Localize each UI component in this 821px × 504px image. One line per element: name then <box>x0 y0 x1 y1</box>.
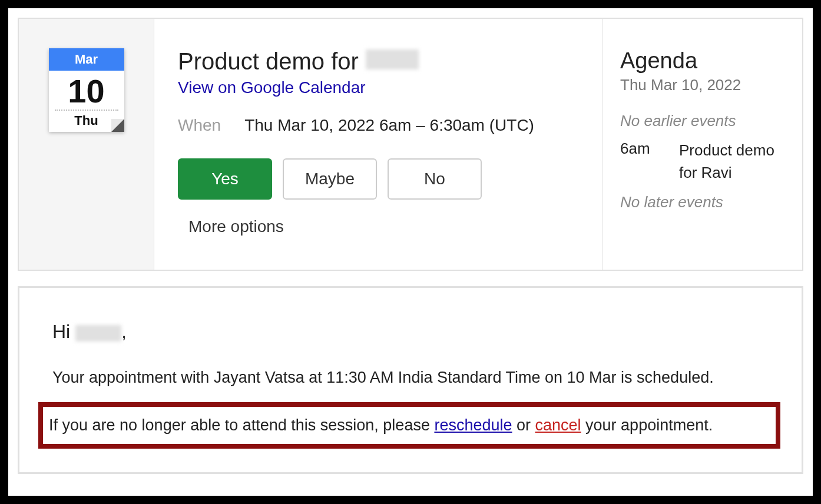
rsvp-maybe-button[interactable]: Maybe <box>283 158 377 200</box>
outer-frame: Mar 10 Thu Product demo for View on Goog… <box>0 0 821 504</box>
agenda-no-earlier: No earlier events <box>620 112 784 130</box>
cancel-text-or: or <box>512 416 535 434</box>
agenda-title: Agenda <box>620 48 784 74</box>
rsvp-row: Yes Maybe No <box>178 158 578 200</box>
agenda-date: Thu Mar 10, 2022 <box>620 76 784 94</box>
rsvp-no-button[interactable]: No <box>388 158 482 200</box>
greeting-suffix: , <box>121 321 127 342</box>
greeting-row: Hi , <box>52 321 769 343</box>
cancel-text-suffix: your appointment. <box>581 416 713 434</box>
event-card: Mar 10 Thu Product demo for View on Goog… <box>18 18 803 271</box>
date-tile-month: Mar <box>49 48 124 71</box>
agenda-event-name: Product demo for Ravi <box>679 140 784 184</box>
event-title: Product demo for <box>178 48 359 75</box>
event-title-row: Product demo for <box>178 48 578 75</box>
content-area: Mar 10 Thu Product demo for View on Goog… <box>8 8 813 496</box>
page-curl-icon <box>111 119 124 132</box>
reschedule-link[interactable]: reschedule <box>434 416 512 434</box>
agenda-column: Agenda Thu Mar 10, 2022 No earlier event… <box>602 19 802 270</box>
view-on-calendar-link[interactable]: View on Google Calendar <box>178 78 366 97</box>
agenda-event-time: 6am <box>620 140 661 158</box>
highlighted-instructions: If you are no longer able to attend this… <box>38 402 780 449</box>
cancel-text-prefix: If you are no longer able to attend this… <box>49 416 434 434</box>
cancel-link[interactable]: cancel <box>535 416 581 434</box>
event-main-column: Product demo for View on Google Calendar… <box>154 19 602 270</box>
redacted-recipient <box>75 325 121 341</box>
when-value: Thu Mar 10, 2022 6am – 6:30am (UTC) <box>244 116 534 135</box>
date-column: Mar 10 Thu <box>19 19 154 270</box>
message-panel: Hi , Your appointment with Jayant Vatsa … <box>18 286 803 474</box>
when-label: When <box>178 116 221 135</box>
more-options-link[interactable]: More options <box>178 217 284 236</box>
agenda-no-later: No later events <box>620 193 784 211</box>
when-row: When Thu Mar 10, 2022 6am – 6:30am (UTC) <box>178 116 578 135</box>
rsvp-yes-button[interactable]: Yes <box>178 158 272 200</box>
calendar-date-tile: Mar 10 Thu <box>49 48 124 132</box>
agenda-event-row: 6am Product demo for Ravi <box>620 140 784 184</box>
greeting-prefix: Hi <box>52 321 75 342</box>
date-tile-day: 10 <box>49 71 124 110</box>
redacted-name <box>366 49 419 69</box>
appointment-confirmation-text: Your appointment with Jayant Vatsa at 11… <box>52 369 769 387</box>
